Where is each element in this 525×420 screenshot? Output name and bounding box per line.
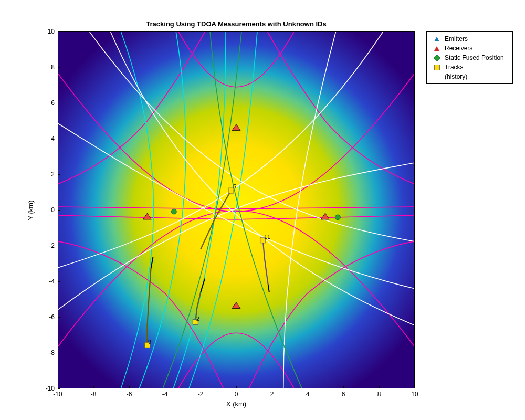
figure-window: Tracking Using TDOA Measurements with Un…	[0, 0, 525, 420]
y-tick-mark	[58, 210, 60, 211]
legend-label: Emitters	[444, 35, 509, 43]
fused-marker	[335, 215, 340, 220]
y-tick-mark	[58, 103, 60, 103]
x-tick-label: 6	[342, 391, 345, 398]
triangle-up-icon	[430, 46, 444, 51]
x-tick-mark	[93, 386, 94, 388]
x-tick-mark	[308, 386, 308, 388]
legend-label: Receivers	[444, 45, 509, 52]
x-tick-mark	[165, 386, 165, 388]
y-tick-mark	[58, 388, 60, 389]
plot-axes[interactable]: 5 11 2 9	[58, 32, 415, 388]
track-label: 11	[264, 234, 270, 240]
y-tick-mark	[58, 174, 60, 175]
x-tick-label: 0	[235, 391, 238, 398]
x-tick-label: 4	[306, 391, 310, 398]
x-tick-mark	[201, 386, 201, 388]
x-tick-label: -8	[91, 391, 97, 398]
y-tick-label: 10	[39, 28, 55, 35]
x-tick-mark	[379, 386, 380, 388]
x-tick-label: 2	[270, 391, 274, 398]
fused-marker	[171, 209, 176, 214]
triangle-up-icon	[430, 37, 444, 41]
y-tick-mark	[58, 353, 60, 353]
legend-box[interactable]: Emitters Receivers Static Fused Position…	[426, 32, 513, 84]
y-tick-label: -10	[39, 385, 55, 392]
y-tick-label: -6	[39, 313, 55, 321]
y-tick-label: -8	[39, 349, 55, 356]
y-tick-mark	[58, 317, 60, 318]
legend-label: Static Fused Position	[444, 54, 509, 61]
legend-label: (history)	[444, 73, 509, 80]
x-tick-mark	[415, 386, 415, 388]
y-tick-label: 8	[39, 64, 55, 71]
y-tick-label: -2	[39, 242, 55, 249]
x-tick-label: -2	[198, 391, 204, 398]
y-tick-label: 4	[39, 135, 55, 142]
track-label: 9	[148, 339, 151, 345]
y-tick-mark	[58, 32, 60, 32]
track-label: 2	[196, 316, 200, 322]
legend-entry-tracks: Tracks	[430, 62, 509, 72]
x-tick-label: 10	[411, 391, 418, 398]
y-tick-label: 6	[39, 99, 55, 107]
y-axis-label: Y (km)	[25, 32, 36, 388]
x-tick-mark	[129, 386, 130, 388]
legend-entry-fused: Static Fused Position	[430, 53, 509, 62]
y-tick-mark	[58, 246, 60, 246]
x-tick-mark	[236, 386, 237, 388]
x-tick-mark	[272, 386, 272, 388]
chart-title: Tracking Using TDOA Measurements with Un…	[58, 20, 415, 28]
y-tick-label: 0	[39, 206, 55, 214]
x-tick-label: -4	[162, 391, 168, 398]
circle-icon	[430, 55, 444, 61]
y-tick-mark	[58, 67, 60, 68]
y-tick-label: -4	[39, 278, 55, 285]
plot-canvas	[58, 32, 414, 388]
legend-entry-emitters: Emitters	[430, 34, 509, 44]
y-tick-mark	[58, 139, 60, 139]
legend-label: Tracks	[444, 64, 509, 71]
y-tick-label: 2	[39, 171, 55, 178]
square-icon	[430, 65, 444, 70]
legend-entry-receivers: Receivers	[430, 44, 509, 53]
y-tick-mark	[58, 281, 60, 282]
legend-entry-history: (history)	[430, 72, 509, 81]
track-label: 5	[233, 183, 236, 190]
x-axis-label: X (km)	[58, 400, 415, 408]
x-tick-label: 8	[377, 391, 381, 398]
x-tick-label: -6	[127, 391, 132, 398]
x-tick-mark	[343, 386, 344, 388]
